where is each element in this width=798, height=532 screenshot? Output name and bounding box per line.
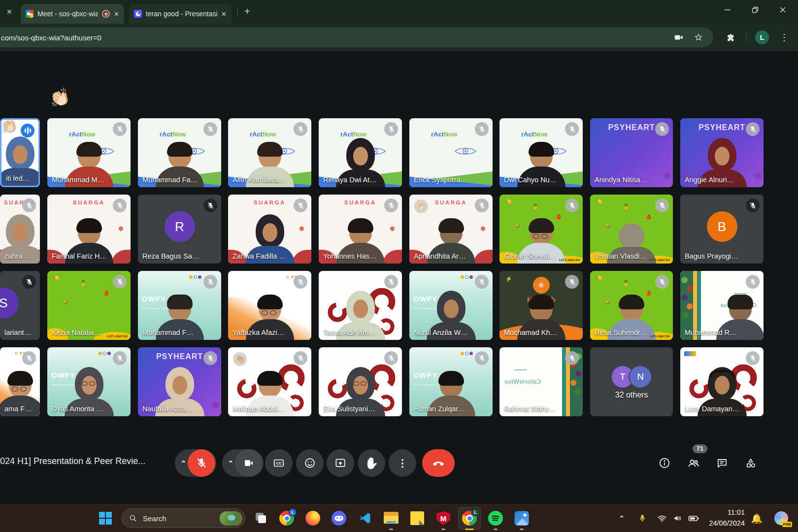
tray-microphone-in-use-icon[interactable]: [637, 513, 647, 523]
participant-tile[interactable]: OWFY ☺ Skin's Potential and Di Dyas Amor…: [47, 347, 131, 416]
participant-name: Hilman Zulqar…: [414, 405, 466, 413]
mic-options-chevron-icon[interactable]: ⌃: [180, 459, 187, 468]
participant-tile[interactable]: rActNow Rimaya Dwi At…: [319, 118, 402, 187]
profile-avatar[interactable]: L: [755, 31, 769, 44]
participant-tile[interactable]: rActNow Muhammad M…: [47, 118, 131, 187]
participant-tile[interactable]: rActNowErick Syaputra…: [409, 118, 493, 187]
tray-battery-icon[interactable]: [688, 512, 699, 524]
participant-tile[interactable]: PSYHEART Naufalia Azza…: [138, 347, 221, 416]
reactions-emoji-button[interactable]: [296, 449, 324, 477]
floating-reaction-emoji: 👏🏻: [0, 117, 18, 135]
activities-button[interactable]: [740, 452, 762, 474]
mic-muted-indicator-icon: [475, 122, 489, 136]
participant-tile[interactable]: SUARGA ✽ Yohannes Has…: [319, 195, 402, 264]
actnow-brand: rActNow: [340, 131, 366, 138]
participant-tile[interactable]: Lusy Damayan…: [680, 347, 764, 416]
participant-tile[interactable]: Eka Sulistyani…: [319, 347, 402, 416]
tab-meet[interactable]: Meet - sos-qbxc-wia ✕: [21, 4, 124, 24]
end-call-button[interactable]: [422, 449, 455, 477]
tab-camera-in-use-icon[interactable]: [673, 32, 684, 43]
tab-close-icon[interactable]: ✕: [114, 11, 119, 17]
participant-name: iti led…: [6, 174, 30, 182]
file-explorer-icon[interactable]: [384, 512, 399, 525]
tray-volume-icon[interactable]: [673, 513, 683, 523]
taskbar-search[interactable]: Search: [121, 508, 245, 528]
vscode-icon[interactable]: [358, 511, 372, 525]
participant-tile[interactable]: RReza Bagus Sa…: [138, 195, 221, 264]
participant-tile[interactable]: Slariant…: [0, 271, 40, 340]
stray-close-icon[interactable]: ✕: [6, 8, 12, 15]
window-minimize-button[interactable]: [716, 0, 739, 20]
participant-tile[interactable]: PSYHEART Anggie Alnuri…: [680, 118, 764, 187]
start-button[interactable]: [99, 512, 112, 525]
participant-tile[interactable]: 🍋🍍 🍎🥝 Let's start livi Gibran Sheval…: [499, 195, 583, 264]
mcafee-icon[interactable]: M: [436, 511, 450, 525]
mic-muted-indicator-icon: [113, 351, 127, 365]
participant-tile[interactable]: T N32 others: [590, 347, 673, 416]
participant-tile[interactable]: 🍋🍍 🍎🥝 Let's start liviKezia Natalia …: [47, 271, 131, 340]
window-close-button[interactable]: [771, 0, 794, 20]
participant-tile[interactable]: Tasya Ade Am…: [319, 271, 402, 340]
captions-button[interactable]: CC: [265, 449, 293, 477]
omnibox[interactable]: com/sos-qbxc-wia?authuser=0: [0, 28, 713, 47]
participant-tile[interactable]: rActNow Alfin Kurniawa…: [228, 118, 311, 187]
extensions-puzzle-icon[interactable]: [725, 33, 735, 42]
participant-count-badge: 71: [693, 444, 707, 453]
camera-toggle-button[interactable]: [235, 449, 263, 477]
sticky-notes-icon[interactable]: [410, 511, 424, 525]
participant-name: Nurul Anzila W…: [414, 329, 468, 336]
tray-notification-bell-icon[interactable]: 🔔: [751, 513, 763, 524]
spotify-icon[interactable]: [488, 511, 503, 526]
task-view-button[interactable]: [256, 513, 266, 524]
tab-presentasi[interactable]: teran good - Presentasi ✕: [129, 4, 232, 24]
participant-tile[interactable]: SUARGA ✽ 👏🏻Apriandhita Ar…: [409, 195, 493, 264]
chrome-active-icon[interactable]: L: [458, 507, 481, 530]
participant-name: Resa Suhendr…: [595, 329, 647, 336]
participant-tile[interactable]: 👋🏼Malique Abdul…: [228, 347, 311, 416]
participant-tile[interactable]: 🍋🍍 🍎🥝 Let's start livi Vristian Vlasdi…: [590, 195, 673, 264]
participant-tile[interactable]: BBagus Prayogi…: [680, 195, 764, 264]
new-tab-button[interactable]: +: [244, 6, 250, 16]
mic-muted-indicator-icon: [384, 351, 398, 365]
participant-name: Bagus Prayogi…: [685, 252, 738, 260]
tab-title: teran good - Presentasi: [146, 10, 217, 18]
firefox-icon[interactable]: [305, 511, 320, 526]
mic-toggle-button-muted[interactable]: [188, 449, 215, 477]
raise-hand-button[interactable]: ✋: [358, 449, 385, 477]
more-options-button[interactable]: ⋮: [389, 449, 416, 477]
participant-tile[interactable]: OWFY ☺ Skin's Potential and Di Hilman Zu…: [409, 347, 493, 416]
participant-tile[interactable]: SUARGA ✽ Zahwa Fadilla …: [228, 195, 311, 264]
participant-tile[interactable]: ✳ HealHub ⚡ Mochamad Kh…: [499, 271, 583, 340]
participant-tile[interactable]: C PS ama F…: [0, 347, 40, 416]
participant-tile[interactable]: PSYHEART Anindya Nitisa…: [590, 118, 673, 187]
tray-clock[interactable]: 11:01 24/06/2024: [709, 507, 745, 529]
tab-close-icon[interactable]: ✕: [221, 11, 227, 17]
participant-tile[interactable]: SUARGA ✽ Faishal Fariz H…: [47, 195, 131, 264]
participant-tile[interactable]: rActNow Muhammad Fa…: [138, 118, 221, 187]
participant-tile[interactable]: rActNow Dwi Cahyo Nu…: [499, 118, 583, 187]
participant-tile[interactable]: CalorieWise Rahmat Wahy…: [499, 347, 583, 416]
tray-copilot-icon[interactable]: PRE: [774, 511, 788, 525]
tray-hidden-icons-chevron[interactable]: ⌃: [619, 514, 625, 522]
photos-icon[interactable]: [515, 511, 529, 526]
copilot-pre-badge: PRE: [782, 522, 792, 527]
participant-tile[interactable]: 🍋🍍 🍎🥝 Let's start livi Resa Suhendr…: [590, 271, 673, 340]
people-panel-button[interactable]: [683, 452, 704, 474]
chat-panel-button[interactable]: [711, 452, 733, 474]
participant-tile[interactable]: OWFY ☺ Skin's Potential and Di Muhammad …: [138, 271, 221, 340]
discord-icon[interactable]: [332, 511, 346, 526]
participant-tile[interactable]: SUARGA ✽ zahra …: [0, 195, 40, 264]
present-screen-button[interactable]: [327, 449, 354, 477]
window-restore-button[interactable]: [744, 0, 766, 20]
bookmark-star-icon[interactable]: [694, 33, 703, 42]
tray-wifi-icon[interactable]: [657, 513, 667, 524]
camera-options-chevron-icon[interactable]: ⌃: [228, 459, 234, 468]
participant-tile[interactable]: OWFY ☺ Skin's Potential and Di Nurul Anz…: [409, 271, 493, 340]
psyheart-brand: PSYHEART: [608, 123, 655, 132]
participant-tile[interactable]: CalorieWise Muhammad R…: [680, 271, 764, 340]
participant-tile[interactable]: C PS Yaffazka Afazi…: [228, 271, 311, 340]
browser-menu-icon[interactable]: ⋮: [780, 32, 789, 43]
slides-favicon-icon: [134, 10, 142, 18]
meeting-info-button[interactable]: [654, 452, 675, 474]
chrome-profile-2-icon[interactable]: L: [279, 511, 294, 526]
